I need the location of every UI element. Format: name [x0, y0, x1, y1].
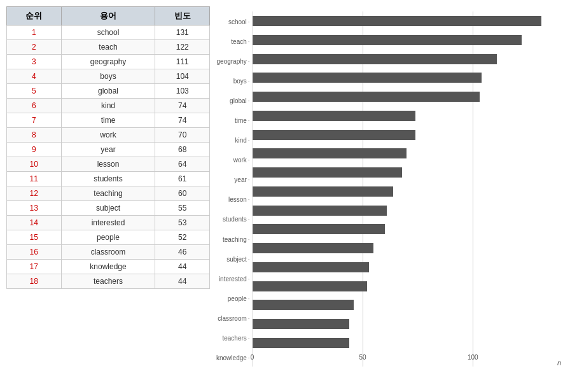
- col-term: 용어: [61, 7, 155, 25]
- bar-row: [253, 317, 561, 331]
- x-tick: 0: [251, 354, 254, 361]
- table-row: 2teach122: [7, 40, 210, 55]
- freq-cell: 68: [155, 143, 210, 157]
- rank-cell: 17: [7, 260, 62, 274]
- freq-cell: 74: [155, 99, 210, 113]
- rank-cell: 16: [7, 245, 62, 260]
- rank-cell: 13: [7, 201, 62, 216]
- term-cell: teaching: [61, 186, 155, 201]
- frequency-table: 순위 용어 빈도 1school1312teach1223geography11…: [6, 6, 210, 289]
- term-cell: year: [61, 143, 155, 157]
- y-labels: school ·teach ·geography ·boys ·global ·…: [216, 11, 253, 381]
- bar-row: [253, 298, 561, 312]
- freq-cell: 104: [155, 69, 210, 84]
- y-label: teaching ·: [223, 232, 250, 248]
- bar-row: [253, 14, 561, 28]
- bar: [253, 300, 354, 310]
- term-cell: knowledge: [61, 260, 155, 274]
- bar: [253, 130, 416, 140]
- freq-cell: 52: [155, 230, 210, 245]
- bar: [253, 319, 350, 329]
- y-label: lesson ·: [228, 192, 250, 208]
- bar-row: [253, 52, 561, 66]
- y-label: students ·: [223, 211, 250, 228]
- col-freq: 빈도: [155, 7, 210, 25]
- table-row: 4boys104: [7, 69, 210, 84]
- rank-cell: 4: [7, 69, 62, 84]
- bar-row: [253, 279, 561, 293]
- table-row: 5global103: [7, 84, 210, 99]
- x-tick: 100: [468, 354, 478, 361]
- term-cell: geography: [61, 55, 155, 69]
- rank-cell: 7: [7, 113, 62, 128]
- bar-row: [253, 241, 561, 255]
- freq-cell: 46: [155, 245, 210, 260]
- term-cell: subject: [61, 201, 155, 216]
- chart-container: school ·teach ·geography ·boys ·global ·…: [216, 11, 561, 381]
- term-cell: kind: [61, 99, 155, 113]
- bar-row: [253, 33, 561, 47]
- freq-cell: 53: [155, 216, 210, 230]
- bar: [253, 111, 416, 121]
- bar: [253, 243, 374, 253]
- y-label: geography ·: [217, 53, 250, 70]
- term-cell: lesson: [61, 157, 155, 172]
- bar-row: [253, 146, 561, 160]
- x-tick: 50: [359, 354, 366, 361]
- bar: [253, 35, 522, 45]
- term-cell: work: [61, 128, 155, 143]
- y-label: teachers ·: [222, 330, 249, 347]
- y-label: teach ·: [231, 34, 249, 50]
- rank-cell: 14: [7, 216, 62, 230]
- y-label: global ·: [230, 93, 249, 109]
- bar: [253, 186, 394, 197]
- table-row: 7time74: [7, 113, 210, 128]
- bar-row: [253, 71, 561, 85]
- bar-row: [253, 90, 561, 104]
- rank-cell: 5: [7, 84, 62, 99]
- bar: [253, 148, 407, 158]
- bar-row: [253, 128, 561, 142]
- bar: [253, 262, 370, 272]
- term-cell: interested: [61, 216, 155, 230]
- table-row: 3geography111: [7, 55, 210, 69]
- bar-row: [253, 222, 561, 236]
- term-cell: time: [61, 113, 155, 128]
- x-axis-label: n: [557, 359, 561, 367]
- rank-cell: 6: [7, 99, 62, 113]
- table-row: 8work70: [7, 128, 210, 143]
- bar: [253, 73, 482, 83]
- freq-cell: 61: [155, 172, 210, 186]
- freq-cell: 44: [155, 260, 210, 274]
- y-label: interested ·: [219, 271, 250, 288]
- term-cell: boys: [61, 69, 155, 84]
- rank-cell: 10: [7, 157, 62, 172]
- table-row: 6kind74: [7, 99, 210, 113]
- y-label: time ·: [235, 113, 250, 129]
- table-row: 18teachers44: [7, 274, 210, 289]
- freq-cell: 60: [155, 186, 210, 201]
- term-cell: global: [61, 84, 155, 99]
- y-label: subject ·: [226, 251, 249, 268]
- bar-row: [253, 165, 561, 179]
- bar: [253, 92, 480, 102]
- bar-row: [253, 260, 561, 274]
- rank-cell: 12: [7, 186, 62, 201]
- rank-cell: 1: [7, 25, 62, 40]
- table-row: 12teaching60: [7, 186, 210, 201]
- y-label: year ·: [234, 172, 249, 188]
- table-row: 14interested53: [7, 216, 210, 230]
- term-cell: people: [61, 230, 155, 245]
- y-label: school ·: [228, 14, 250, 31]
- y-label: work ·: [233, 152, 250, 169]
- bar: [253, 167, 403, 178]
- col-rank: 순위: [7, 7, 62, 25]
- bar-row: [253, 185, 561, 199]
- bars-rows: [253, 11, 561, 353]
- bar: [253, 338, 350, 348]
- y-label: knowledge ·: [216, 350, 250, 367]
- term-cell: teachers: [61, 274, 155, 289]
- y-label: boys ·: [233, 73, 250, 90]
- bar-row: [253, 336, 561, 350]
- chart-section: school ·teach ·geography ·boys ·global ·…: [216, 6, 564, 386]
